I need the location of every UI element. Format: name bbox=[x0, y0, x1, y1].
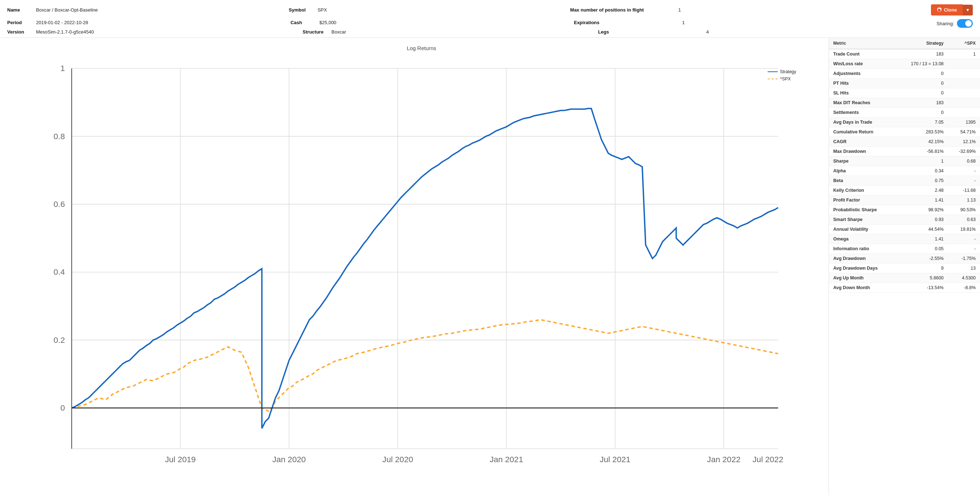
metric-strategy-value: -13.54% bbox=[896, 283, 948, 293]
legend-spx-label: ^SPX bbox=[780, 76, 791, 81]
col-spx: ^SPX bbox=[948, 38, 980, 49]
table-row: CAGR42.15%12.1% bbox=[829, 137, 980, 147]
metric-name: Information ratio bbox=[829, 244, 896, 254]
sharing-toggle[interactable] bbox=[957, 19, 973, 28]
table-row: Avg Down Month-13.54%-8.8% bbox=[829, 283, 980, 293]
header-section: Name Boxcar / Boxcar-Opt-Baseline Symbol… bbox=[0, 0, 980, 38]
metric-spx-value: 0.63 bbox=[948, 215, 980, 224]
col-strategy: Strategy bbox=[896, 38, 948, 49]
metric-spx-value: -8.8% bbox=[948, 283, 980, 293]
metric-spx-value bbox=[948, 88, 980, 98]
metric-spx-value: 1395 bbox=[948, 118, 980, 127]
metric-name: Avg Days in Trade bbox=[829, 118, 896, 127]
metric-name: Sharpe bbox=[829, 156, 896, 166]
metric-name: Settlements bbox=[829, 108, 896, 118]
metric-strategy-value: 0.75 bbox=[896, 176, 948, 186]
metric-name: Cumulative Return bbox=[829, 127, 896, 137]
structure-value: Boxcar bbox=[331, 29, 598, 35]
metric-strategy-value: 0 bbox=[896, 88, 948, 98]
metric-spx-value bbox=[948, 108, 980, 118]
metric-strategy-value: 183 bbox=[896, 98, 948, 108]
table-row: Beta0.75- bbox=[829, 176, 980, 186]
metric-spx-value: 1.13 bbox=[948, 196, 980, 205]
metric-spx-value: -32.69% bbox=[948, 147, 980, 156]
metric-spx-value bbox=[948, 79, 980, 88]
metric-strategy-value: 5.8600 bbox=[896, 273, 948, 283]
table-row: Avg Up Month5.86004.5300 bbox=[829, 273, 980, 283]
cash-label: Cash bbox=[291, 20, 320, 25]
svg-text:0.6: 0.6 bbox=[54, 200, 65, 209]
col-metric: Metric bbox=[829, 38, 896, 49]
metric-spx-value bbox=[948, 59, 980, 69]
metric-name: Avg Drawdown Days bbox=[829, 264, 896, 273]
table-row: Annual Volatility44.54%19.81% bbox=[829, 224, 980, 234]
chart-title: Log Returns bbox=[18, 45, 825, 51]
chart-legend: Strategy ^SPX bbox=[768, 69, 796, 81]
svg-text:0.2: 0.2 bbox=[54, 335, 65, 345]
metric-strategy-value: 1.41 bbox=[896, 196, 948, 205]
expirations-label: Expirations bbox=[574, 20, 682, 25]
table-row: Adjustments0 bbox=[829, 69, 980, 79]
svg-text:Jul 2020: Jul 2020 bbox=[382, 455, 413, 464]
metric-name: Max Drawdown bbox=[829, 147, 896, 156]
version-label: Version bbox=[7, 29, 36, 35]
cash-value: $25,000 bbox=[320, 20, 574, 25]
metric-name: Omega bbox=[829, 234, 896, 244]
metric-strategy-value: 44.54% bbox=[896, 224, 948, 234]
legend-strategy-line bbox=[768, 72, 778, 72]
metric-spx-value: 90.53% bbox=[948, 205, 980, 215]
metric-strategy-value: 9 bbox=[896, 264, 948, 273]
metric-name: Beta bbox=[829, 176, 896, 186]
table-row: Settlements0 bbox=[829, 108, 980, 118]
metric-name: Avg Down Month bbox=[829, 283, 896, 293]
metric-spx-value: - bbox=[948, 166, 980, 176]
legs-label: Legs bbox=[598, 29, 706, 35]
name-label: Name bbox=[7, 7, 36, 13]
metric-spx-value: - bbox=[948, 234, 980, 244]
metrics-table: Metric Strategy ^SPX Trade Count1831Win/… bbox=[829, 38, 980, 293]
legend-strategy: Strategy bbox=[768, 69, 796, 74]
clone-dropdown-button[interactable]: ▼ bbox=[963, 5, 973, 16]
legend-strategy-label: Strategy bbox=[780, 69, 796, 74]
metric-name: Avg Up Month bbox=[829, 273, 896, 283]
metric-name: Win/Loss rate bbox=[829, 59, 896, 69]
max-positions-value: 1 bbox=[678, 7, 931, 13]
metric-strategy-value: -56.81% bbox=[896, 147, 948, 156]
table-row: Avg Drawdown Days913 bbox=[829, 264, 980, 273]
table-row: SL Hits0 bbox=[829, 88, 980, 98]
metric-strategy-value: 0 bbox=[896, 79, 948, 88]
period-label: Period bbox=[7, 20, 36, 25]
svg-text:Jul 2022: Jul 2022 bbox=[752, 455, 783, 464]
version-value: MesoSim-2.1.7-0-g5ce4540 bbox=[36, 29, 302, 35]
svg-text:1: 1 bbox=[60, 64, 65, 73]
metric-name: Smart Sharpe bbox=[829, 215, 896, 224]
chart-area: Log Returns Strategy ^SPX bbox=[0, 38, 829, 495]
metric-strategy-value: 0.34 bbox=[896, 166, 948, 176]
metric-strategy-value: -2.55% bbox=[896, 254, 948, 264]
metric-spx-value: 19.81% bbox=[948, 224, 980, 234]
metric-spx-value bbox=[948, 69, 980, 79]
metric-spx-value: 54.71% bbox=[948, 127, 980, 137]
table-row: Max Drawdown-56.81%-32.69% bbox=[829, 147, 980, 156]
metric-strategy-value: 1.41 bbox=[896, 234, 948, 244]
symbol-value: SPX bbox=[318, 7, 570, 13]
metric-name: PT Hits bbox=[829, 79, 896, 88]
metric-name: Profit Factor bbox=[829, 196, 896, 205]
table-row: Sharpe10.68 bbox=[829, 156, 980, 166]
table-row: Win/Loss rate170 / 13 = 13.08 bbox=[829, 59, 980, 69]
metric-strategy-value: 0 bbox=[896, 69, 948, 79]
metric-strategy-value: 170 / 13 = 13.08 bbox=[896, 59, 948, 69]
main-content: Log Returns Strategy ^SPX bbox=[0, 38, 980, 495]
metrics-header-row: Metric Strategy ^SPX bbox=[829, 38, 980, 49]
log-returns-chart: 0 0.2 0.4 0.6 0.8 1 Jul 2019 Jan 2020 Ju… bbox=[18, 55, 825, 476]
table-row: Smart Sharpe0.930.63 bbox=[829, 215, 980, 224]
svg-text:Jul 2019: Jul 2019 bbox=[165, 455, 196, 464]
metric-strategy-value: 42.15% bbox=[896, 137, 948, 147]
svg-text:Jan 2022: Jan 2022 bbox=[707, 455, 741, 464]
metric-strategy-value: 0 bbox=[896, 108, 948, 118]
table-row: Profit Factor1.411.13 bbox=[829, 196, 980, 205]
metric-spx-value: 12.1% bbox=[948, 137, 980, 147]
metric-strategy-value: 0.05 bbox=[896, 244, 948, 254]
legend-spx-line bbox=[768, 79, 778, 79]
clone-button[interactable]: Clone bbox=[931, 4, 963, 16]
